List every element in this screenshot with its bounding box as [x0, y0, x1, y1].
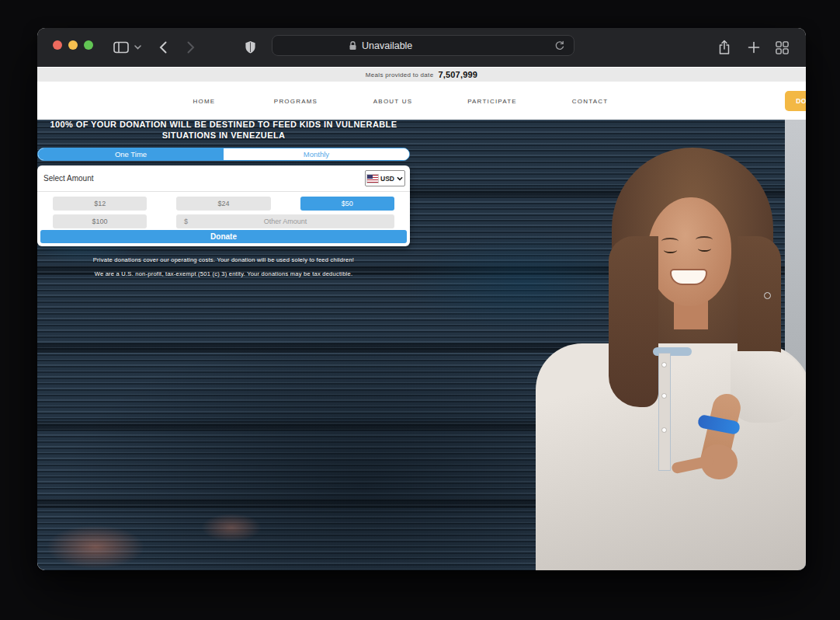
nav-item-contact[interactable]: CONTACT	[572, 97, 608, 104]
currency-select[interactable]: USD	[365, 170, 405, 186]
nav-item-home[interactable]: HOME	[193, 97, 216, 104]
disclaimer-line-2: We are a U.S. non-profit, tax-exempt (50…	[37, 270, 410, 277]
shield-icon	[245, 40, 256, 54]
dollar-prefix: $	[184, 218, 188, 225]
nav-item-programs[interactable]: PROGRAMS	[274, 97, 318, 104]
hero-heading: 100% OF YOUR DONATION WILL BE DESTINED T…	[42, 120, 405, 141]
new-tab-button[interactable]	[745, 28, 762, 67]
tab-group-chevron[interactable]	[133, 28, 142, 67]
minimize-button[interactable]	[68, 40, 78, 50]
meals-counter-bar: Meals provided to date 7,507,999	[37, 67, 806, 82]
address-bar[interactable]: Unavailable	[272, 35, 574, 56]
tab-overview-button[interactable]	[773, 28, 790, 67]
chevron-right-icon	[187, 41, 195, 54]
plus-icon	[748, 41, 760, 54]
share-button[interactable]	[716, 28, 733, 67]
currency-value: USD	[380, 175, 394, 183]
sidebar-icon	[113, 41, 129, 54]
donation-widget: 100% OF YOUR DONATION WILL BE DESTINED T…	[37, 120, 410, 277]
meals-counter-value: 7,507,999	[438, 70, 477, 79]
nav-item-about-us[interactable]: ABOUT US	[373, 97, 412, 104]
amount-button-12[interactable]: $12	[53, 197, 147, 211]
chevron-left-icon	[159, 41, 167, 54]
hero-photo-girl-earring	[764, 292, 771, 299]
forward-button[interactable]	[185, 28, 197, 67]
hero-photo-girl-sleeve	[731, 351, 806, 423]
zoom-button[interactable]	[84, 40, 93, 50]
amount-options: $12 $24 $50 $100 $	[37, 192, 410, 228]
main-navigation: HOME PROGRAMS ABOUT US PARTICIPATE CONTA…	[37, 82, 806, 120]
amount-button-24[interactable]: $24	[176, 197, 270, 211]
browser-window: Unavailable Meals provi	[37, 28, 806, 570]
meals-counter-label: Meals provided to date	[366, 71, 434, 78]
reload-button[interactable]	[552, 38, 568, 54]
chevron-down-icon	[397, 176, 403, 181]
select-amount-label: Select Amount	[43, 174, 93, 183]
sidebar-toggle-button[interactable]	[112, 28, 130, 67]
donation-form-card: Select Amount USD $12 $24	[37, 165, 410, 246]
hero-photo-girl-face	[647, 197, 731, 306]
disclaimer-line-1: Private donations cover our operating co…	[37, 256, 410, 263]
toggle-monthly[interactable]: Monthly	[224, 148, 409, 160]
lock-icon	[349, 40, 357, 51]
address-content: Unavailable	[349, 36, 412, 55]
hero-section: 100% OF YOUR DONATION WILL BE DESTINED T…	[37, 120, 806, 570]
browser-toolbar: Unavailable	[37, 28, 806, 67]
url-text: Unavailable	[362, 40, 412, 51]
donation-form-header: Select Amount USD	[37, 165, 410, 192]
close-button[interactable]	[53, 40, 62, 50]
hero-photo-girl-hair-strand	[609, 236, 658, 407]
other-amount-field: $	[176, 214, 394, 228]
reload-icon	[554, 40, 565, 51]
toggle-one-time[interactable]: One Time	[38, 148, 224, 160]
amount-button-50[interactable]: $50	[300, 197, 394, 211]
amount-button-100[interactable]: $100	[53, 214, 147, 228]
nav-donate-button[interactable]: DONATE	[785, 91, 806, 111]
donate-button[interactable]: Donate	[40, 230, 407, 243]
traffic-lights	[53, 40, 93, 50]
back-button[interactable]	[157, 28, 169, 67]
web-page: Meals provided to date 7,507,999 HOME PR…	[37, 67, 806, 570]
us-flag-icon	[367, 175, 378, 183]
hero-photo-girl-placket	[658, 353, 671, 471]
share-icon	[718, 40, 731, 55]
grid-icon	[776, 41, 789, 54]
chevron-down-icon	[134, 45, 141, 50]
frequency-toggle: One Time Monthly	[37, 148, 410, 161]
privacy-report-button[interactable]	[242, 28, 258, 67]
other-amount-input[interactable]	[176, 214, 394, 228]
nav-item-participate[interactable]: PARTICIPATE	[467, 97, 517, 104]
